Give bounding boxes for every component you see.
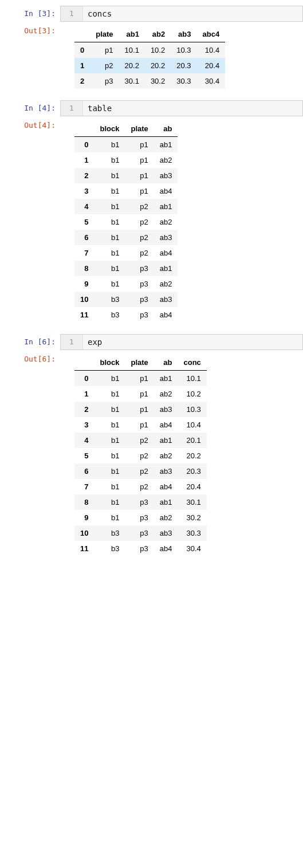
dataframe-cell: p1 [125, 402, 154, 417]
dataframe-col-header: abc4 [197, 26, 226, 42]
dataframe-cell: p2 [125, 214, 154, 230]
dataframe-row-index: 8 [74, 494, 94, 510]
dataframe-cell: 30.4 [197, 73, 226, 89]
input-prompt: In [3]: [0, 6, 60, 18]
dataframe-table: blockplateab0b1p1ab11b1p1ab22b1p1ab33b1p… [74, 121, 178, 323]
code-text[interactable]: table [83, 101, 302, 116]
dataframe-row: 10b3p3ab3 [74, 292, 178, 307]
dataframe-row-index: 9 [74, 276, 94, 292]
code-gutter: 1 [61, 335, 83, 349]
dataframe-row-index: 8 [74, 261, 94, 276]
dataframe-cell: ab3 [154, 230, 178, 245]
dataframe-cell: p2 [125, 245, 154, 261]
dataframe-cell: 30.3 [171, 73, 196, 89]
dataframe-cell: ab3 [154, 464, 178, 479]
dataframe-row: 4b1p2ab1 [74, 199, 178, 214]
dataframe-cell: p1 [90, 42, 119, 58]
dataframe-cell: p2 [125, 464, 154, 479]
dataframe-row: 5b1p2ab2 [74, 214, 178, 230]
dataframe-cell: 20.2 [119, 58, 145, 73]
dataframe-cell: ab4 [154, 541, 178, 556]
dataframe-cell: ab4 [154, 183, 178, 199]
code-gutter: 1 [61, 101, 83, 116]
dataframe-cell: ab1 [154, 137, 178, 153]
dataframe-cell: b1 [94, 448, 125, 464]
dataframe-cell: p2 [125, 433, 154, 448]
dataframe-row: 6b1p2ab3 [74, 230, 178, 245]
dataframe-cell: b3 [94, 307, 125, 323]
dataframe-cell: ab4 [154, 307, 178, 323]
dataframe-cell: 20.4 [197, 58, 226, 73]
dataframe-cell: p1 [125, 183, 154, 199]
dataframe-col-header: ab [154, 355, 178, 371]
dataframe-cell: p3 [125, 541, 154, 556]
output-prompt: Out[3]: [0, 23, 60, 35]
dataframe-cell: p1 [125, 137, 154, 153]
dataframe-cell: ab1 [154, 433, 178, 448]
dataframe-cell: 10.1 [178, 371, 206, 387]
dataframe-cell: b1 [94, 494, 125, 510]
dataframe-row: 10b3p3ab330.3 [74, 525, 207, 541]
dataframe-cell: b1 [94, 183, 125, 199]
dataframe-row-index: 4 [74, 433, 94, 448]
dataframe-row: 5b1p2ab220.2 [74, 448, 207, 464]
dataframe-col-header: block [94, 121, 125, 137]
dataframe-corner [74, 355, 94, 371]
dataframe-corner [74, 121, 94, 137]
dataframe-row-index: 9 [74, 510, 94, 525]
dataframe-cell: ab2 [154, 510, 178, 525]
dataframe-cell: p2 [125, 230, 154, 245]
dataframe-cell: ab3 [154, 292, 178, 307]
dataframe-row-index: 0 [74, 137, 94, 153]
code-cell[interactable]: 1exp [60, 334, 303, 350]
dataframe-row: 8b1p3ab1 [74, 261, 178, 276]
dataframe-col-header: ab2 [145, 26, 171, 42]
dataframe-cell: b1 [94, 386, 125, 402]
dataframe-row-index: 3 [74, 183, 94, 199]
dataframe-cell: 20.4 [178, 479, 206, 494]
dataframe-row-index: 2 [74, 168, 94, 183]
dataframe-row-index: 11 [74, 307, 94, 323]
code-cell[interactable]: 1table [60, 100, 303, 116]
dataframe-cell: p2 [125, 448, 154, 464]
dataframe-row: 11b3p3ab4 [74, 307, 178, 323]
dataframe-cell: b1 [94, 230, 125, 245]
dataframe-cell: p3 [90, 73, 119, 89]
dataframe-cell: 10.4 [197, 42, 226, 58]
dataframe-row-index: 1 [74, 386, 94, 402]
dataframe-row: 3b1p1ab410.4 [74, 417, 207, 433]
dataframe-cell: ab1 [154, 261, 178, 276]
dataframe-cell: 30.2 [178, 510, 206, 525]
code-text[interactable]: exp [83, 335, 302, 349]
dataframe-row-index: 2 [74, 402, 94, 417]
dataframe-row: 7b1p2ab4 [74, 245, 178, 261]
dataframe-cell: ab4 [154, 417, 178, 433]
dataframe-cell: b1 [94, 137, 125, 153]
dataframe-cell: b1 [94, 245, 125, 261]
dataframe-cell: 10.4 [178, 417, 206, 433]
code-cell[interactable]: 1concs [60, 6, 303, 22]
dataframe-cell: ab1 [154, 371, 178, 387]
dataframe-row-index: 7 [74, 245, 94, 261]
dataframe-row: 9b1p3ab230.2 [74, 510, 207, 525]
dataframe-cell: p3 [125, 307, 154, 323]
dataframe-cell: p3 [125, 276, 154, 292]
dataframe-cell: 20.2 [145, 58, 171, 73]
dataframe-col-header: ab1 [119, 26, 145, 42]
dataframe-cell: ab3 [154, 168, 178, 183]
dataframe-cell: p3 [125, 261, 154, 276]
dataframe-cell: 30.2 [145, 73, 171, 89]
dataframe-cell: b1 [94, 371, 125, 387]
dataframe-row: 1b1p1ab210.2 [74, 386, 207, 402]
dataframe-row: 3b1p1ab4 [74, 183, 178, 199]
dataframe-row: 7b1p2ab420.4 [74, 479, 207, 494]
code-gutter: 1 [61, 6, 83, 21]
dataframe-cell: 10.3 [178, 402, 206, 417]
dataframe-cell: 10.1 [119, 42, 145, 58]
dataframe-cell: p3 [125, 525, 154, 541]
code-text[interactable]: concs [83, 6, 302, 21]
dataframe-cell: ab1 [154, 494, 178, 510]
dataframe-cell: ab3 [154, 525, 178, 541]
dataframe-cell: p1 [125, 386, 154, 402]
dataframe-col-header: plate [90, 26, 119, 42]
